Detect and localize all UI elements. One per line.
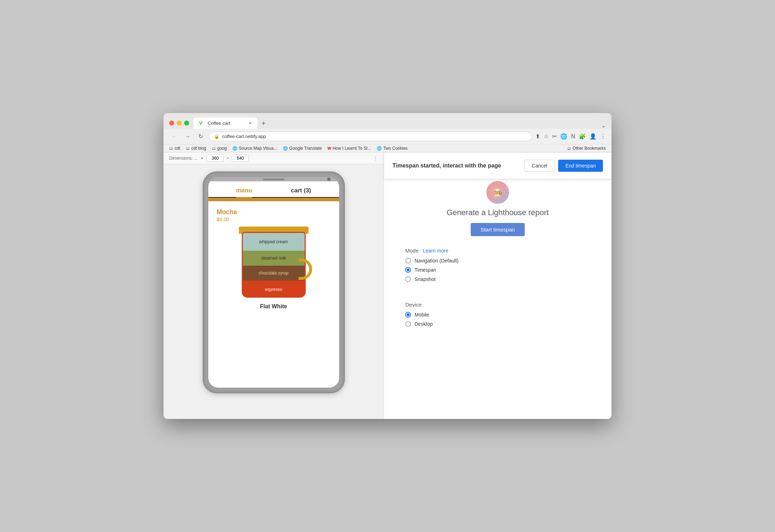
lighthouse-main: 👨‍🍳 Generate a Lighthouse report Start t… xyxy=(384,153,611,346)
globe-icon: 🌐 xyxy=(232,146,237,151)
folder-icon: 🗂 xyxy=(169,146,173,150)
folder-icon: 🗂 xyxy=(186,146,190,150)
mode-timespan[interactable]: Timespan xyxy=(405,267,590,273)
tab-favicon: V xyxy=(199,120,205,126)
layer-whipped-cream: whipped cream xyxy=(243,233,305,251)
maximize-traffic-light[interactable] xyxy=(184,121,189,126)
bookmark-learnt[interactable]: W How I Learnt To St... xyxy=(327,146,371,151)
svg-text:👨‍🍳: 👨‍🍳 xyxy=(493,188,502,197)
timespan-buttons: Cancel End timespan xyxy=(524,160,603,172)
coffee-cup-wrapper: whipped cream steamed milk chocolate syr… xyxy=(217,227,331,298)
minimize-traffic-light[interactable] xyxy=(177,121,182,126)
nav-icons: ⬆ ☆ ✂ 🌐 N 🧩 👤 ⋮ xyxy=(535,133,606,140)
bookmark-source-map[interactable]: 🌐 Source Map Visua... xyxy=(232,146,277,151)
address-text: coffee-cart.netlify.app xyxy=(222,134,527,139)
phone-top-bar xyxy=(208,177,339,181)
title-bar: V Coffee cart × + ⌄ xyxy=(164,113,611,129)
notif-button[interactable]: N xyxy=(571,133,575,140)
end-timespan-button[interactable]: End timespan xyxy=(558,160,603,172)
learn-more-link[interactable]: Learn more xyxy=(423,248,449,254)
puzzle-button[interactable]: 🧩 xyxy=(579,133,586,140)
tabs: V Coffee cart × + ⌄ xyxy=(193,117,606,129)
mode-section: Mode Learn more Navigation (Default) Tim… xyxy=(398,248,597,286)
timespan-radio[interactable] xyxy=(405,267,411,273)
phone-mockup: menu cart (3) Mocha $8.00 xyxy=(203,171,345,393)
share-button[interactable]: ⬆ xyxy=(535,133,540,140)
phone-screen: menu cart (3) Mocha $8.00 xyxy=(208,177,339,388)
layer-chocolate-syrup: chocolate syrup xyxy=(243,266,305,281)
active-tab[interactable]: V Coffee cart × xyxy=(193,117,257,129)
snapshot-radio[interactable] xyxy=(405,276,411,282)
mode-navigation[interactable]: Navigation (Default) xyxy=(405,258,590,264)
bookmark-cookies[interactable]: 🌐 Two Cookies xyxy=(377,146,408,151)
viewport-panel: Dimensions: ... ▼ × ⋮ xyxy=(164,153,384,419)
width-input[interactable] xyxy=(207,155,224,162)
device-section: Device Mobile Desktop xyxy=(398,302,597,330)
coffee-next-item: Flat White xyxy=(217,303,331,310)
nav-bar: ← → ↻ 🔒 coffee-cart.netlify.app ⬆ ☆ ✂ 🌐 … xyxy=(164,129,611,144)
coffee-cup: whipped cream steamed milk chocolate syr… xyxy=(235,227,313,298)
bookmark-cdt[interactable]: 🗂 cdt xyxy=(169,146,180,151)
globe-icon: 🌐 xyxy=(377,146,382,151)
bookmark-cdt-blog[interactable]: 🗂 cdt blog xyxy=(186,146,206,151)
snapshot-label: Snapshot xyxy=(415,276,435,282)
traffic-lights xyxy=(169,121,189,126)
bookmarks-bar: 🗂 cdt 🗂 cdt blog 🗂 goog 🌐 Source Map Vis… xyxy=(164,144,611,153)
layer-steamed-milk: steamed milk xyxy=(243,251,305,266)
mode-section-header: Mode Learn more xyxy=(405,248,590,254)
device-mobile[interactable]: Mobile xyxy=(405,312,590,318)
dimensions-bar: Dimensions: ... ▼ × ⋮ xyxy=(164,153,384,164)
new-tab-button[interactable]: + xyxy=(259,118,268,129)
timespan-popup: Timespan started, interact with the page… xyxy=(384,153,611,179)
timespan-label: Timespan xyxy=(415,267,436,273)
mobile-radio[interactable] xyxy=(405,312,411,318)
coffee-nav: menu cart (3) xyxy=(208,181,339,198)
close-traffic-light[interactable] xyxy=(169,121,174,126)
extensions-button[interactable]: ✂ xyxy=(552,133,557,140)
coffee-add-bar xyxy=(208,198,339,201)
bookmark-goog[interactable]: 🗂 goog xyxy=(212,146,227,151)
coffee-cart-tab[interactable]: cart (3) xyxy=(291,187,311,197)
reload-button[interactable]: ↻ xyxy=(196,132,205,140)
device-label: Device xyxy=(405,302,422,308)
lighthouse-panel: Timespan started, interact with the page… xyxy=(384,153,611,419)
coffee-app: menu cart (3) Mocha $8.00 xyxy=(208,181,339,388)
dimension-x: × xyxy=(226,156,229,161)
device-section-header: Device xyxy=(405,302,590,308)
cup-body: whipped cream steamed milk chocolate syr… xyxy=(242,232,306,298)
mode-snapshot[interactable]: Snapshot xyxy=(405,276,590,282)
forward-button[interactable]: → xyxy=(183,133,193,140)
globe-icon: 🌐 xyxy=(283,146,288,151)
lighthouse-icon: 👨‍🍳 xyxy=(486,181,509,204)
device-desktop[interactable]: Desktop xyxy=(405,321,590,327)
coffee-menu-tab[interactable]: menu xyxy=(236,187,252,198)
desktop-radio[interactable] xyxy=(405,321,411,327)
back-button[interactable]: ← xyxy=(169,133,179,140)
main-content: Dimensions: ... ▼ × ⋮ xyxy=(164,153,611,419)
layer-espresso: espresso xyxy=(243,281,305,298)
tab-title: Coffee cart xyxy=(208,121,246,126)
coffee-item-price: $8.00 xyxy=(217,217,331,222)
lighthouse-title: Generate a Lighthouse report xyxy=(447,208,549,217)
phone-camera xyxy=(327,177,331,181)
more-options-icon[interactable]: ⋮ xyxy=(373,155,378,161)
tab-close-button[interactable]: × xyxy=(249,120,252,126)
folder-icon: 🗂 xyxy=(567,146,571,150)
cancel-button[interactable]: Cancel xyxy=(524,160,555,172)
lock-icon: 🔒 xyxy=(214,134,219,139)
desktop-label: Desktop xyxy=(415,321,433,327)
bookmark-other[interactable]: 🗂 Other Bookmarks xyxy=(567,146,606,151)
tab-menu-button[interactable]: ⌄ xyxy=(601,122,606,129)
more-button[interactable]: ⋮ xyxy=(600,133,606,140)
height-input[interactable] xyxy=(232,155,249,162)
translate-button[interactable]: 🌐 xyxy=(560,133,567,140)
profile-button[interactable]: 👤 xyxy=(589,133,597,140)
address-bar[interactable]: 🔒 coffee-cart.netlify.app xyxy=(209,132,532,141)
bookmark-translate[interactable]: 🌐 Google Translate xyxy=(283,146,322,151)
navigation-radio[interactable] xyxy=(405,258,411,264)
browser-window: V Coffee cart × + ⌄ ← → ↻ 🔒 coffee-cart.… xyxy=(164,113,611,419)
mode-label: Mode xyxy=(405,248,419,254)
timespan-message: Timespan started, interact with the page xyxy=(392,163,501,169)
bookmark-button[interactable]: ☆ xyxy=(544,133,549,140)
start-timespan-button[interactable]: Start timespan xyxy=(471,223,525,236)
